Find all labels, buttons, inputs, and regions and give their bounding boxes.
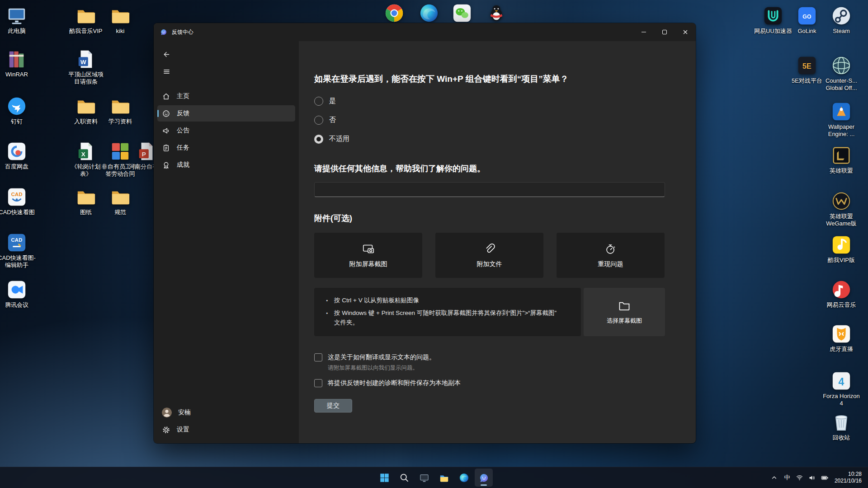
tile-label: 附加屏幕截图 — [349, 260, 387, 268]
back-button[interactable] — [158, 47, 175, 62]
radio-option-no[interactable]: 否 — [314, 116, 686, 125]
desktop-icon-cad-editor[interactable]: CADCAD快速看图-编辑助手 — [0, 232, 36, 269]
5e-arena-icon: 5E — [797, 55, 817, 76]
feedback-hub-taskbar-button[interactable] — [475, 469, 493, 487]
csgo-icon — [831, 55, 852, 76]
desktop-icon-recycle-bin[interactable]: 回收站 — [822, 412, 860, 441]
desktop-icon-drawings-folder[interactable]: 图纸 — [67, 187, 105, 216]
maximize-button[interactable] — [654, 23, 675, 41]
checkbox-unchecked-icon[interactable] — [314, 353, 322, 361]
screenshot-tips: 按 Ctrl + V 以从剪贴板粘贴图像按 Windows 键 + Print … — [314, 288, 581, 336]
avatar — [162, 408, 172, 418]
desktop-icon-uu-booster[interactable]: 网易UU加速器 — [754, 5, 792, 35]
recreate-problem-icon — [604, 242, 618, 256]
other-info-input[interactable] — [314, 182, 665, 197]
attach-file-button[interactable]: 附加文件 — [435, 233, 543, 278]
sidebar-item-settings[interactable]: 设置 — [157, 422, 295, 438]
desktop-icon-steam[interactable]: Steam — [822, 5, 860, 35]
desktop-icon-kuwo-vip[interactable]: 酷我VIP版 — [822, 235, 860, 264]
sidebar-nav: 主页反馈公告任务成就 — [154, 87, 299, 174]
file-explorer-button[interactable] — [435, 469, 453, 487]
desktop-icon-leave-request-doc[interactable]: W平顶山区域项目请假条 — [67, 49, 105, 86]
battery-icon[interactable] — [819, 469, 831, 487]
edge-taskbar-button[interactable] — [455, 469, 473, 487]
tile-label: 附加文件 — [477, 260, 502, 268]
desktop-icon-huya-live[interactable]: 虎牙直播 — [822, 324, 860, 353]
minimize-button[interactable] — [633, 23, 654, 41]
radio-selected-icon[interactable] — [314, 135, 323, 144]
desktop-icon-qq[interactable] — [477, 3, 515, 23]
desktop-icon-csgo[interactable]: Counter-S... Global Off... — [822, 55, 860, 92]
radio-option-not-applicable[interactable]: 不适用 — [314, 135, 686, 144]
desktop-icon-onboarding-folder[interactable]: 入职资料 — [67, 96, 105, 125]
sidebar-item-feedback[interactable]: 反馈 — [157, 105, 295, 122]
close-button[interactable] — [675, 23, 696, 41]
clock[interactable]: 10:28 2021/10/16 — [835, 471, 866, 484]
task-view-button[interactable] — [415, 469, 433, 487]
start-button[interactable] — [375, 469, 393, 487]
lol-icon — [831, 145, 852, 166]
hidden-icons-chevron[interactable] — [769, 469, 780, 487]
wechat-icon — [452, 3, 472, 23]
sidebar-item-home[interactable]: 主页 — [157, 88, 295, 104]
submit-button[interactable]: 提交 — [314, 399, 352, 413]
standards-folder-icon — [110, 187, 131, 207]
desktop-icon-wallpaper-engine[interactable]: Wallpaper Engine: ... — [822, 101, 860, 138]
attach-screenshot-button[interactable]: 附加屏幕截图 — [314, 233, 422, 278]
save-local-copy-checkbox[interactable]: 将提供反馈时创建的诊断和附件保存为本地副本 — [314, 379, 686, 387]
desktop-icon-netease-music[interactable]: 网易云音乐 — [822, 279, 860, 309]
feedback-hub-window: 反馈中心 主页反馈公告任务成就 — [154, 23, 696, 443]
sidebar-item-achievements[interactable]: 成就 — [157, 157, 295, 173]
desktop-icon-rotation-plan-xls[interactable]: X《轮岗计划表》 — [67, 141, 105, 178]
volume-icon[interactable] — [807, 469, 818, 487]
desktop-icon-wechat[interactable] — [443, 3, 481, 23]
svg-text:CAD: CAD — [11, 237, 23, 243]
desktop-icon-edge[interactable] — [410, 3, 448, 23]
menu-button[interactable] — [158, 64, 175, 79]
desktop-icon-label: CAD快速看图-编辑助手 — [0, 254, 36, 269]
radio-label: 否 — [329, 116, 336, 124]
desktop-icon-label: 平顶山区域项目请假条 — [67, 71, 105, 86]
radio-option-yes[interactable]: 是 — [314, 97, 686, 106]
search-button[interactable] — [395, 469, 413, 487]
feedback-icon — [162, 109, 170, 118]
translation-issue-checkbox[interactable]: 这是关于如何翻译或显示文本的问题。 — [314, 353, 686, 361]
desktop-icon-golink[interactable]: GOGoLink — [788, 5, 826, 35]
desktop-icon-chrome[interactable] — [375, 3, 413, 23]
desktop-icon-label: 5E对战平台 — [792, 77, 822, 84]
sidebar-item-tasks[interactable]: 任务 — [157, 140, 295, 156]
ime-indicator[interactable]: 中 — [781, 469, 793, 487]
main-content: 如果在登录后遇到，能否在按下 Win+P 组合键时看到“项目”菜单？ 是否不适用… — [299, 41, 696, 443]
radio-unselected-icon[interactable] — [314, 97, 323, 106]
recreate-problem-button[interactable]: 重现问题 — [557, 233, 665, 278]
desktop-icon-label: Steam — [833, 28, 850, 35]
desktop-icon-cad-viewer[interactable]: CADCAD快速看图 — [0, 187, 36, 216]
radio-unselected-icon[interactable] — [314, 116, 323, 125]
desktop-icon-forza-horizon-4[interactable]: 4Forza Horizon 4 — [822, 371, 860, 408]
translation-issue-label: 这是关于如何翻译或显示文本的问题。 — [328, 353, 435, 361]
desktop-icon-label: 英雄联盟 WeGame版 — [822, 213, 860, 228]
steam-icon — [831, 5, 852, 26]
svg-text:4: 4 — [839, 376, 844, 388]
user-account[interactable]: 安楠 — [157, 404, 295, 421]
desktop-icon-tencent-meeting[interactable]: 腾讯会议 — [0, 279, 36, 309]
wifi-icon[interactable] — [794, 469, 806, 487]
titlebar[interactable]: 反馈中心 — [154, 23, 696, 41]
desktop-icon-kiki-folder[interactable]: kiki — [101, 5, 139, 35]
desktop-icon-study-folder[interactable]: 学习资料 — [101, 96, 139, 125]
desktop-icon-winrar[interactable]: WinRAR — [0, 49, 36, 78]
desktop-icon-baidu-netdisk[interactable]: 百度网盘 — [0, 141, 36, 170]
desktop-icon-standards-folder[interactable]: 规范 — [101, 187, 139, 216]
sidebar-item-announcements[interactable]: 公告 — [157, 122, 295, 139]
checkbox-unchecked-icon[interactable] — [314, 379, 322, 387]
lol-wegame-icon — [831, 191, 852, 211]
desktop-icon-this-pc[interactable]: 此电脑 — [0, 5, 36, 35]
desktop-icon-label: 网易云音乐 — [827, 301, 856, 309]
desktop-icon-kuwo-music-vip-folder[interactable]: 酷我音乐VIP — [67, 5, 105, 35]
desktop-icon-lol[interactable]: 英雄联盟 — [822, 145, 860, 174]
desktop-icon-5e-arena[interactable]: 5E5E对战平台 — [788, 55, 826, 84]
gear-icon — [162, 426, 170, 434]
desktop-icon-lol-wegame[interactable]: 英雄联盟 WeGame版 — [822, 191, 860, 228]
choose-screenshot-button[interactable]: 选择屏幕截图 — [584, 288, 665, 336]
desktop-icon-dingtalk[interactable]: 钉钉 — [0, 96, 36, 125]
